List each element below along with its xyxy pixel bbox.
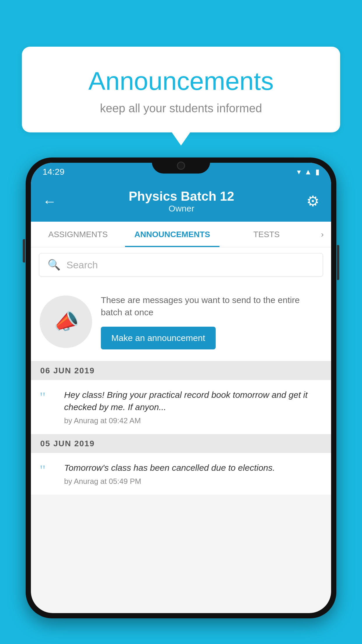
promo-description: These are messages you want to send to t… bbox=[101, 294, 322, 318]
date-separator-1: 06 JUN 2019 bbox=[31, 361, 331, 380]
search-input[interactable]: Search bbox=[66, 259, 98, 271]
status-icons: ▾ ▲ ▮ bbox=[297, 167, 319, 176]
tab-more-button[interactable]: › bbox=[314, 222, 331, 247]
quote-icon-1: " bbox=[40, 390, 57, 425]
phone-screen: 14:29 ▾ ▲ ▮ ← Physics Batch 12 Owner ⚙ bbox=[31, 163, 331, 613]
promo-icon-circle: 📣 bbox=[40, 295, 92, 348]
bubble-subtitle: keep all your students informed bbox=[45, 102, 317, 115]
batch-title: Physics Batch 12 bbox=[129, 189, 234, 204]
speech-bubble: Announcements keep all your students inf… bbox=[22, 47, 340, 132]
search-bar[interactable]: 🔍 Search bbox=[39, 253, 323, 276]
date-label-2: 05 JUN 2019 bbox=[40, 439, 95, 448]
announcement-text-2: Tomorrow's class has been cancelled due … bbox=[64, 462, 322, 474]
date-separator-2: 05 JUN 2019 bbox=[31, 434, 331, 453]
promo-text-area: These are messages you want to send to t… bbox=[101, 294, 322, 349]
announcement-item-2[interactable]: " Tomorrow's class has been cancelled du… bbox=[31, 453, 331, 495]
make-announcement-button[interactable]: Make an announcement bbox=[101, 327, 216, 349]
quote-icon-2: " bbox=[40, 463, 57, 486]
promo-section: 📣 These are messages you want to send to… bbox=[31, 282, 331, 361]
announcement-text-1: Hey class! Bring your practical record b… bbox=[64, 389, 322, 413]
volume-button bbox=[23, 239, 25, 262]
settings-button[interactable]: ⚙ bbox=[306, 193, 319, 210]
announcement-content-1: Hey class! Bring your practical record b… bbox=[64, 389, 322, 425]
bubble-title: Announcements bbox=[45, 67, 317, 95]
tab-bar: ASSIGNMENTS ANNOUNCEMENTS TESTS › bbox=[31, 222, 331, 247]
search-container: 🔍 Search bbox=[31, 247, 331, 282]
tab-assignments[interactable]: ASSIGNMENTS bbox=[31, 222, 125, 247]
phone-wrapper: 14:29 ▾ ▲ ▮ ← Physics Batch 12 Owner ⚙ bbox=[26, 158, 336, 644]
announcement-author-1: by Anurag at 09:42 AM bbox=[64, 416, 322, 425]
batch-role: Owner bbox=[129, 204, 234, 214]
app-header: ← Physics Batch 12 Owner ⚙ bbox=[31, 181, 331, 222]
header-center: Physics Batch 12 Owner bbox=[129, 189, 234, 214]
phone-frame: 14:29 ▾ ▲ ▮ ← Physics Batch 12 Owner ⚙ bbox=[26, 158, 336, 618]
signal-icon: ▲ bbox=[304, 167, 312, 176]
search-icon: 🔍 bbox=[48, 259, 61, 271]
tab-tests[interactable]: TESTS bbox=[219, 222, 314, 247]
front-camera bbox=[177, 162, 185, 170]
megaphone-icon: 📣 bbox=[51, 308, 80, 336]
wifi-icon: ▾ bbox=[297, 167, 301, 176]
phone-notch bbox=[152, 158, 210, 174]
tab-announcements[interactable]: ANNOUNCEMENTS bbox=[125, 222, 219, 247]
back-button[interactable]: ← bbox=[43, 193, 57, 209]
battery-icon: ▮ bbox=[315, 167, 319, 176]
announcement-item-1[interactable]: " Hey class! Bring your practical record… bbox=[31, 380, 331, 434]
announcement-author-2: by Anurag at 05:49 PM bbox=[64, 477, 322, 486]
announcement-content-2: Tomorrow's class has been cancelled due … bbox=[64, 462, 322, 486]
status-time: 14:29 bbox=[43, 167, 64, 177]
power-button bbox=[337, 245, 339, 280]
date-label-1: 06 JUN 2019 bbox=[40, 366, 95, 375]
speech-bubble-section: Announcements keep all your students inf… bbox=[22, 47, 340, 132]
